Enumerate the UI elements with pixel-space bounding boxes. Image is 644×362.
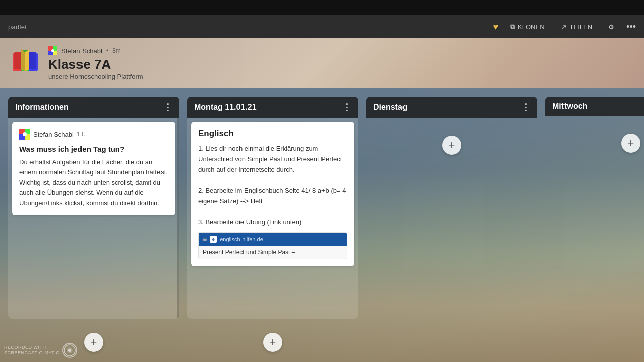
more-icon[interactable]: ••• [626, 22, 636, 32]
card-line-1: 2. Bearbeite im Englischbuch Seite 41/ 8… [198, 187, 346, 205]
add-dienstag-button[interactable]: + [442, 136, 461, 155]
header-author-name: Stefan Schabl [61, 47, 102, 55]
card-montag-englisch: Englisch 1. Lies dir noch einmal die Erk… [191, 122, 354, 266]
teilen-button[interactable]: ↗ TEILEN [557, 21, 597, 33]
card-body-text: Du erhältst Aufgaben für die Fächer, die… [19, 157, 168, 208]
card-time: 1T. [77, 131, 85, 138]
link-preview-bar: ≡ e englisch-hilfen.de [199, 233, 347, 246]
svg-point-20 [68, 349, 71, 352]
column-mittwoch-header: Mittwoch [545, 97, 644, 116]
column-montag-menu-icon[interactable]: ⋮ [342, 102, 351, 113]
column-dienstag: Dienstag ⋮ + [366, 97, 537, 362]
watermark-line2: SCREENCAST-O-MATIC [4, 350, 59, 356]
link-preview-nav-dots: ≡ [203, 235, 207, 243]
column-montag: Montag 11.01.21 ⋮ Englisch 1. Lies dir n… [187, 97, 358, 362]
scrollbar [177, 118, 179, 319]
padlet-logo: padlet [8, 23, 27, 31]
column-dienstag-body: + [366, 126, 537, 226]
nav-bar: padlet ♥ ⧉ KLONEN ↗ TEILEN ⚙ ••• [0, 15, 644, 38]
link-domain: englisch-hilfen.de [220, 236, 263, 242]
svg-marker-7 [21, 49, 25, 71]
main-area: Informationen ⋮ [0, 88, 644, 362]
col-montag-add-area: + [187, 323, 358, 362]
card-author-name: Stefan Schabl [33, 131, 74, 138]
add-informationen-button[interactable]: + [84, 333, 103, 352]
nav-actions: ♥ ⧉ KLONEN ↗ TEILEN ⚙ ••• [493, 21, 636, 33]
card-avatar [19, 129, 30, 140]
klonen-button[interactable]: ⧉ KLONEN [506, 21, 548, 33]
column-montag-title: Montag 11.01.21 [194, 103, 257, 112]
column-mittwoch-body: + [545, 124, 644, 224]
column-dienstag-menu-icon[interactable]: ⋮ [521, 102, 530, 113]
column-informationen: Informationen ⋮ [8, 97, 179, 362]
column-informationen-body: Stefan Schabl 1T. Was muss ich jeden Tag… [8, 118, 179, 319]
add-montag-button[interactable]: + [263, 333, 282, 352]
svg-point-12 [51, 49, 54, 52]
columns-container: Informationen ⋮ [0, 88, 644, 362]
header-meta: Stefan Schabl • 8m [48, 46, 143, 55]
column-mittwoch-title: Mittwoch [552, 102, 587, 111]
header-info: Stefan Schabl • 8m Klasse 7A unsere Home… [48, 46, 143, 80]
header-dot: • [106, 47, 108, 54]
watermark-line1: RECORDED WITH [4, 345, 59, 350]
card-lines: 1. Lies dir noch einmal die Erklärung zu… [198, 144, 347, 227]
page-subtitle: unsere Homeschooling Plattform [48, 73, 143, 80]
share-icon: ↗ [561, 23, 567, 31]
book-icon [10, 48, 40, 78]
card-line-0: 1. Lies dir noch einmal die Erklärung zu… [198, 145, 342, 173]
column-informationen-header: Informationen ⋮ [8, 97, 179, 118]
svg-point-17 [23, 132, 27, 136]
clone-icon: ⧉ [510, 23, 515, 31]
link-title: Present Perfect und Simple Past – [199, 246, 347, 259]
gear-icon: ⚙ [608, 23, 614, 31]
watermark: RECORDED WITH SCREENCAST-O-MATIC [4, 343, 77, 358]
svg-marker-6 [25, 49, 29, 71]
column-informationen-menu-icon[interactable]: ⋮ [163, 102, 172, 113]
author-avatar [48, 46, 57, 55]
card-line-2: 3. Bearbeite die Übung (Link unten) [198, 218, 301, 226]
card-subject: Englisch [198, 129, 347, 139]
link-preview[interactable]: ≡ e englisch-hilfen.de Present Perfect u… [198, 232, 347, 259]
card-informationen-0: Stefan Schabl 1T. Was muss ich jeden Tag… [12, 122, 175, 215]
page-title: Klasse 7A [48, 57, 143, 72]
card-author-row: Stefan Schabl 1T. [19, 129, 168, 140]
heart-icon[interactable]: ♥ [493, 22, 498, 32]
add-mittwoch-button[interactable]: + [621, 134, 640, 153]
settings-button[interactable]: ⚙ [604, 21, 618, 33]
column-mittwoch: Mittwoch + [545, 97, 644, 362]
column-dienstag-title: Dienstag [373, 103, 408, 112]
column-montag-header: Montag 11.01.21 ⋮ [187, 97, 358, 118]
column-dienstag-header: Dienstag ⋮ [366, 97, 537, 118]
page-header: Stefan Schabl • 8m Klasse 7A unsere Home… [0, 38, 644, 88]
link-favicon: e [210, 236, 217, 243]
column-informationen-title: Informationen [15, 103, 69, 112]
card-heading: Was muss ich jeden Tag tun? [19, 145, 168, 153]
header-time: 8m [112, 47, 121, 54]
top-bar [0, 0, 644, 15]
screencast-logo [62, 343, 77, 358]
column-montag-body: Englisch 1. Lies dir noch einmal die Erk… [187, 118, 358, 319]
